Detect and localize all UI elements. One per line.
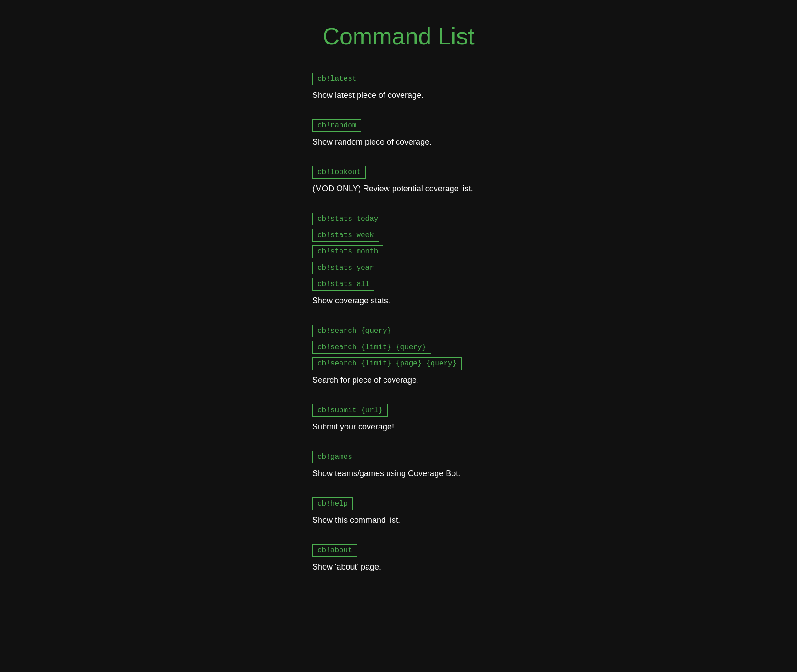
command-group-latest: cb!latestShow latest piece of coverage. (312, 73, 603, 100)
command-group-random: cb!randomShow random piece of coverage. (312, 119, 603, 147)
command-badges-about: cb!about (312, 544, 603, 559)
command-badges-latest: cb!latest (312, 73, 603, 87)
command-badge: cb!stats year (312, 262, 379, 274)
command-badge: cb!search {limit} {page} {query} (312, 357, 462, 370)
command-badge: cb!help (312, 497, 353, 510)
command-badge: cb!search {limit} {query} (312, 341, 431, 354)
command-description-stats: Show coverage stats. (312, 296, 603, 306)
command-badge: cb!about (312, 544, 357, 557)
command-badges-help: cb!help (312, 497, 603, 512)
command-badge: cb!random (312, 119, 361, 132)
command-description-lookout: (MOD ONLY) Review potential coverage lis… (312, 184, 603, 194)
command-badge: cb!latest (312, 73, 361, 85)
command-badge: cb!submit {url} (312, 404, 388, 417)
command-group-submit: cb!submit {url}Submit your coverage! (312, 404, 603, 432)
command-description-help: Show this command list. (312, 516, 603, 525)
command-badges-search: cb!search {query}cb!search {limit} {quer… (312, 325, 603, 372)
page-title: Command List (0, 18, 797, 50)
command-description-random: Show random piece of coverage. (312, 137, 603, 147)
command-list: cb!latestShow latest piece of coverage.c… (194, 73, 603, 572)
command-badges-random: cb!random (312, 119, 603, 134)
command-description-search: Search for piece of coverage. (312, 375, 603, 385)
command-badge: cb!stats today (312, 213, 383, 225)
command-group-lookout: cb!lookout(MOD ONLY) Review potential co… (312, 166, 603, 194)
command-group-help: cb!helpShow this command list. (312, 497, 603, 525)
command-badge: cb!games (312, 451, 357, 463)
command-badge: cb!lookout (312, 166, 366, 179)
command-badge: cb!stats week (312, 229, 379, 242)
command-description-games: Show teams/games using Coverage Bot. (312, 469, 603, 478)
command-badges-stats: cb!stats todaycb!stats weekcb!stats mont… (312, 213, 603, 292)
command-group-stats: cb!stats todaycb!stats weekcb!stats mont… (312, 213, 603, 306)
command-description-latest: Show latest piece of coverage. (312, 91, 603, 100)
command-group-search: cb!search {query}cb!search {limit} {quer… (312, 325, 603, 385)
command-badges-lookout: cb!lookout (312, 166, 603, 180)
command-badges-games: cb!games (312, 451, 603, 465)
command-badge: cb!stats all (312, 278, 374, 291)
command-badges-submit: cb!submit {url} (312, 404, 603, 419)
command-group-about: cb!aboutShow 'about' page. (312, 544, 603, 572)
command-badge: cb!search {query} (312, 325, 396, 337)
command-badge: cb!stats month (312, 245, 383, 258)
command-description-submit: Submit your coverage! (312, 422, 603, 432)
command-description-about: Show 'about' page. (312, 562, 603, 572)
command-group-games: cb!gamesShow teams/games using Coverage … (312, 451, 603, 478)
